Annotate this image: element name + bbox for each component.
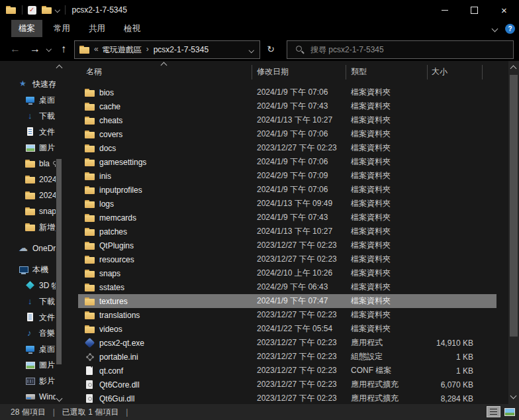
file-row[interactable]: cache 2024/1/9 下午 07:43 檔案資料夾 [73,99,508,113]
file-row[interactable]: QtPlugins 2023/12/27 下午 02:23 檔案資料夾 [73,238,508,252]
file-row[interactable]: covers 2024/1/9 下午 07:06 檔案資料夾 [73,127,508,141]
sidebar-item[interactable]: 下載 [0,293,56,309]
sidebar-item[interactable]: 文件 [0,124,56,140]
sidebar-scrollbar-thumb[interactable] [56,159,62,364]
help-icon[interactable]: ? [505,24,515,34]
details-view-button[interactable] [487,406,500,417]
desktop-icon [25,95,36,105]
file-row[interactable]: inis 2024/2/9 下午 07:09 檔案資料夾 [73,169,508,183]
address-bar[interactable]: « 電玩遊戲區 › pcsx2-1-7-5345 [74,40,260,59]
file-row[interactable]: translations 2023/12/27 下午 02:23 檔案資料夾 [73,308,508,322]
large-icons-view-icon [504,408,515,416]
ribbon-tab-bar: 檔案 常用 共用 檢視 [0,20,519,37]
file-row[interactable]: bios 2024/1/9 下午 07:06 檔案資料夾 [73,85,508,99]
address-dropdown-chevron-icon[interactable] [248,48,254,53]
folder-icon [25,190,36,201]
sidebar-item[interactable]: Windows (C:) [0,389,56,404]
file-row[interactable]: resources 2023/12/27 下午 02:23 檔案資料夾 [73,252,508,266]
scrollbar-thumb[interactable] [510,75,518,337]
sidebar-item[interactable]: 圖片 [0,357,56,373]
column-header-size[interactable]: 大小 [432,61,448,82]
file-row[interactable]: Qt6Gui.dll 2023/12/27 下午 02:23 應用程式擴充 8,… [73,392,508,404]
file-row[interactable]: portable.ini 2023/12/27 下午 02:23 組態設定 1 … [73,350,508,364]
sidebar-item[interactable]: 新增資料夾 [0,219,56,235]
sidebar-item[interactable]: 下載 [0,108,56,124]
ribbon-tab[interactable]: 檔案 [11,20,42,37]
sort-ascending-icon [161,62,167,69]
desktop-icon [25,344,36,354]
large-icons-view-button[interactable] [502,406,516,417]
back-button[interactable]: ← [7,37,24,61]
toolbar-separator [65,5,66,15]
customize-toolbar-chevron-icon[interactable] [55,7,60,13]
new-folder-icon[interactable] [42,5,52,15]
sidebar-item[interactable]: 本機 [0,262,56,278]
search-box[interactable]: 搜尋 pcsx2-1-7-5345 [287,40,514,59]
refresh-button[interactable]: ↻ [263,37,278,61]
window-controls: × [430,0,519,20]
breadcrumb-current[interactable]: pcsx2-1-7-5345 [154,45,209,54]
scroll-down-icon[interactable] [510,393,517,399]
sidebar-item[interactable]: 文件 [0,309,56,325]
column-header-type[interactable]: 類型 [351,61,367,82]
up-button[interactable]: ↑ [56,37,71,61]
folder-icon [25,158,36,169]
sidebar-item[interactable]: 影片 [0,373,56,389]
scroll-up-icon[interactable] [56,65,63,72]
file-list-scrollbar[interactable] [508,61,519,404]
file-row[interactable]: patches 2024/1/13 下午 10:27 檔案資料夾 [73,225,508,238]
file-row[interactable]: docs 2023/12/27 下午 02:23 檔案資料夾 [73,141,508,155]
column-divider[interactable] [346,65,346,79]
title-bar: pcsx2-1-7-5345 × [0,0,519,20]
file-row[interactable]: logs 2024/1/13 下午 09:49 檔案資料夾 [73,197,508,211]
download-icon [25,296,36,307]
maximize-button[interactable] [459,0,489,20]
file-row[interactable]: textures 2024/1/9 下午 07:47 檔案資料夾 [73,294,508,308]
sidebar-item[interactable]: bla [0,156,56,172]
sidebar-item[interactable]: 音樂 [0,325,56,341]
file-row[interactable]: snaps 2024/2/10 上午 10:26 檔案資料夾 [73,266,508,280]
properties-check-icon[interactable] [28,6,36,15]
forward-button[interactable]: → [26,37,44,61]
file-row[interactable]: memcards 2024/1/9 下午 07:43 檔案資料夾 [73,211,508,225]
status-divider: | [53,407,55,417]
sidebar-item[interactable]: 桌面 [0,92,56,108]
file-row[interactable]: gamesettings 2024/1/9 下午 07:06 檔案資料夾 [73,155,508,169]
sidebar-item[interactable]: OneDrive [0,240,56,256]
expand-ribbon-chevron-icon[interactable] [492,25,498,32]
file-row[interactable]: videos 2024/1/22 下午 05:54 檔案資料夾 [73,322,508,336]
scroll-up-icon[interactable] [510,66,517,72]
close-button[interactable]: × [489,0,519,20]
file-row[interactable]: pcsx2-qt.exe 2023/12/27 下午 02:23 應用程式 14… [73,336,508,350]
file-row[interactable]: qt.conf 2023/12/27 下午 02:23 CONF 檔案 1 KB [73,364,508,378]
column-divider[interactable] [252,65,252,79]
sidebar-item[interactable]: 2024- [0,187,56,203]
breadcrumb-root[interactable]: 電玩遊戲區 [102,44,142,56]
ribbon-tab[interactable]: 共用 [81,20,113,37]
column-header-name[interactable]: 名稱 [86,61,102,82]
file-row[interactable]: Qt6Core.dll 2023/12/27 下午 02:23 應用程式擴充 6… [73,378,508,392]
maximize-icon [471,7,478,14]
breadcrumb-separator[interactable]: › [146,44,149,54]
column-divider[interactable] [427,65,428,79]
file-row[interactable]: inputprofiles 2024/1/9 下午 07:06 檔案資料夾 [73,183,508,197]
sidebar-item[interactable]: 3D 物件 [0,278,56,293]
file-row[interactable]: cheats 2024/1/13 下午 10:27 檔案資料夾 [73,113,508,127]
ribbon-tab[interactable]: 檢視 [117,20,148,37]
sidebar-item[interactable]: 2024- [0,172,56,187]
minimize-button[interactable] [430,0,459,20]
sidebar-item[interactable]: snaps [0,203,56,219]
scroll-down-icon[interactable] [56,395,63,402]
sidebar-item[interactable]: 桌面 [0,341,56,357]
ribbon-tab[interactable]: 常用 [46,20,77,37]
recent-locations-chevron-icon[interactable] [44,37,54,61]
navigation-pane: 快速存取 桌面 下載 [0,61,73,404]
conf-icon [85,366,95,376]
sidebar-item[interactable]: 快速存取 [0,76,56,92]
collapsed-path-chevrons[interactable]: « [94,44,99,54]
column-header-date[interactable]: 修改日期 [257,61,289,82]
sidebar-scrollbar[interactable] [56,61,63,404]
file-row[interactable]: sstates 2024/2/9 下午 06:43 檔案資料夾 [73,280,508,294]
sidebar-item[interactable]: 圖片 [0,140,56,156]
column-divider[interactable] [482,65,483,79]
